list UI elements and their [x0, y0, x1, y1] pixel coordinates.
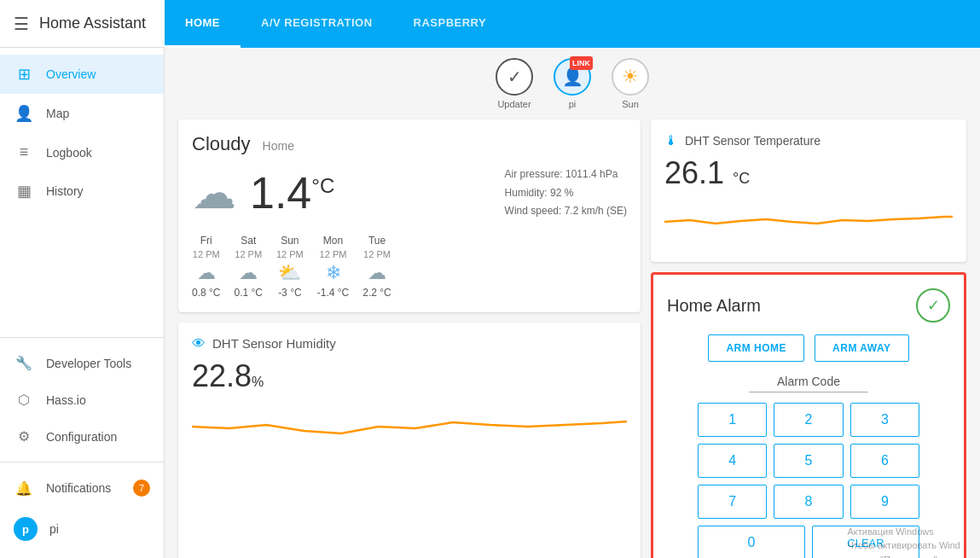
- key-7[interactable]: 7: [698, 485, 767, 519]
- temp-unit: °C: [311, 174, 334, 197]
- humidity-title: DHT Sensor Humidity: [212, 336, 336, 351]
- key-3[interactable]: 3: [850, 403, 919, 437]
- key-8[interactable]: 8: [774, 485, 843, 519]
- logbook-label: Logbook: [46, 146, 92, 160]
- key-2[interactable]: 2: [774, 403, 843, 437]
- alarm-title: Home Alarm: [667, 296, 761, 316]
- map-label: Map: [46, 107, 69, 120]
- cloud-sat-icon: ☁: [239, 262, 258, 284]
- forecast-time-sun: 12 PM: [276, 249, 304, 259]
- forecast-fri: Fri 12 PM ☁ 0.8 °C: [192, 235, 220, 299]
- key-1[interactable]: 1: [698, 403, 767, 437]
- pi-badge: LINK: [570, 56, 593, 70]
- tab-home[interactable]: HOME: [165, 0, 241, 48]
- hamburger-icon[interactable]: ☰: [14, 14, 29, 34]
- sun-status: ☀ Sun: [612, 58, 649, 109]
- sidebar-item-hass-io[interactable]: ⬡ Hass.io: [0, 381, 164, 418]
- humidity-unit: %: [252, 375, 264, 389]
- key-6[interactable]: 6: [850, 444, 919, 478]
- sidebar-middle: 🔧 Developer Tools ⬡ Hass.io ⚙ Configurat…: [0, 337, 164, 462]
- sidebar-item-overview[interactable]: ⊞ Overview: [0, 55, 164, 94]
- arm-home-button[interactable]: ARM HOME: [708, 334, 804, 362]
- sidebar-item-pi[interactable]: p pi: [0, 507, 164, 551]
- right-column: 🌡 DHT Sensor Temperature 26.1 °C Home Al…: [651, 119, 966, 558]
- cloud-mon-icon: ❄: [326, 262, 341, 284]
- forecast-day-fri: Fri: [200, 235, 212, 247]
- key-9[interactable]: 9: [850, 485, 919, 519]
- humidity-val: 22.8: [192, 358, 252, 393]
- wind-speed: Wind speed: 7.2 km/h (SE): [505, 202, 627, 221]
- key-5[interactable]: 5: [774, 444, 843, 478]
- tab-av-registration[interactable]: A/V REGISTRATION: [241, 0, 393, 48]
- humidity-card: 👁 DHT Sensor Humidity 22.8%: [178, 323, 641, 558]
- pi-icon-circle[interactable]: 👤 LINK: [554, 58, 591, 96]
- temperature-card: 🌡 DHT Sensor Temperature 26.1 °C: [651, 119, 966, 262]
- key-4[interactable]: 4: [698, 444, 767, 478]
- updater-icon-circle[interactable]: ✓: [496, 58, 533, 96]
- status-icons-row: ✓ Updater 👤 LINK pi ☀ Sun: [178, 58, 966, 109]
- main-layout: ⊞ Overview 👤 Map ≡ Logbook ▦ History 🔧 D…: [0, 48, 980, 558]
- sidebar-item-logbook[interactable]: ≡ Logbook: [0, 133, 164, 171]
- cloud-icon: ☁: [192, 167, 236, 218]
- sidebar-item-history[interactable]: ▦ History: [0, 171, 164, 211]
- sun-icon-circle[interactable]: ☀: [612, 58, 649, 96]
- humidity-value-row: 22.8%: [192, 358, 627, 394]
- forecast-temp-fri: 0.8 °C: [192, 287, 220, 299]
- temp-val: 26.1: [664, 155, 724, 190]
- alarm-keypad: 1 2 3 4 5 6 7 8 9: [698, 403, 919, 519]
- humidity-detail: Humidity: 92 %: [505, 184, 627, 203]
- history-label: History: [46, 184, 84, 198]
- history-icon: ▦: [14, 182, 34, 201]
- sidebar: ⊞ Overview 👤 Map ≡ Logbook ▦ History 🔧 D…: [0, 48, 165, 558]
- pi-status: 👤 LINK pi: [554, 58, 591, 109]
- thermometer-icon: 🌡: [664, 133, 678, 148]
- gear-icon: ⚙: [14, 428, 34, 445]
- sidebar-item-map[interactable]: 👤 Map: [0, 94, 164, 133]
- sidebar-item-notifications[interactable]: 🔔 Notifications 7: [0, 469, 164, 507]
- forecast-sun: Sun 12 PM ⛅ -3 °C: [276, 235, 304, 299]
- left-column: Cloudy Home ☁ 1.4°C Air pressure: 1011.4…: [178, 119, 641, 558]
- weather-header: Cloudy Home: [192, 133, 627, 155]
- humidity-chart: [192, 401, 627, 448]
- cards-row: Cloudy Home ☁ 1.4°C Air pressure: 1011.4…: [178, 119, 966, 558]
- arm-away-button[interactable]: ARM AWAY: [815, 334, 908, 362]
- hass-icon: ⬡: [14, 392, 34, 408]
- cloud-tue-icon: ☁: [368, 262, 386, 284]
- alarm-status-icon[interactable]: ✓: [916, 288, 950, 323]
- alarm-code-row: Alarm Code: [667, 374, 950, 392]
- air-pressure: Air pressure: 1011.4 hPa: [505, 166, 627, 184]
- alarm-header: Home Alarm ✓: [667, 288, 950, 323]
- forecast-time-tue: 12 PM: [363, 249, 391, 259]
- forecast-day-mon: Mon: [323, 235, 343, 247]
- humidity-header: 👁 DHT Sensor Humidity: [192, 336, 627, 352]
- sidebar-item-developer-tools[interactable]: 🔧 Developer Tools: [0, 345, 164, 381]
- forecast-time-mon: 12 PM: [320, 249, 347, 259]
- weather-location: Home: [263, 139, 294, 153]
- updater-label: Updater: [497, 99, 531, 109]
- eye-icon: 👁: [192, 336, 206, 352]
- weather-card: Cloudy Home ☁ 1.4°C Air pressure: 1011.4…: [178, 119, 641, 312]
- sidebar-item-configuration[interactable]: ⚙ Configuration: [0, 418, 164, 455]
- sidebar-nav: ⊞ Overview 👤 Map ≡ Logbook ▦ History: [0, 48, 164, 337]
- forecast-sat: Sat 12 PM ☁ 0.1 °C: [234, 235, 262, 299]
- bell-icon: 🔔: [14, 480, 34, 497]
- header-branding: ☰ Home Assistant: [0, 14, 165, 34]
- key-clear[interactable]: CLEAR: [812, 526, 919, 558]
- forecast-tue: Tue 12 PM ☁ 2.2 °C: [362, 235, 391, 299]
- logbook-icon: ≡: [14, 143, 34, 161]
- temp-title: DHT Sensor Temperature: [685, 134, 821, 148]
- header-tabs: HOME A/V REGISTRATION RASPBERRY: [165, 0, 980, 48]
- forecast-day-sun: Sun: [281, 235, 299, 247]
- avatar: p: [14, 517, 38, 541]
- key-0[interactable]: 0: [698, 526, 805, 558]
- forecast-mon: Mon 12 PM ❄ -1.4 °C: [317, 235, 349, 299]
- weather-forecast: Fri 12 PM ☁ 0.8 °C Sat 12 PM ☁ 0.1 °C: [192, 235, 627, 299]
- forecast-day-sat: Sat: [241, 235, 256, 247]
- alarm-card: Home Alarm ✓ ARM HOME ARM AWAY Alarm Cod…: [651, 272, 966, 558]
- notification-badge: 7: [133, 480, 150, 497]
- temp-unit-label: °C: [733, 170, 750, 187]
- sun-label: Sun: [622, 99, 639, 109]
- developer-tools-label: Developer Tools: [46, 357, 131, 370]
- tab-raspberry[interactable]: RASPBERRY: [393, 0, 507, 48]
- weather-details: Air pressure: 1011.4 hPa Humidity: 92 % …: [505, 166, 627, 221]
